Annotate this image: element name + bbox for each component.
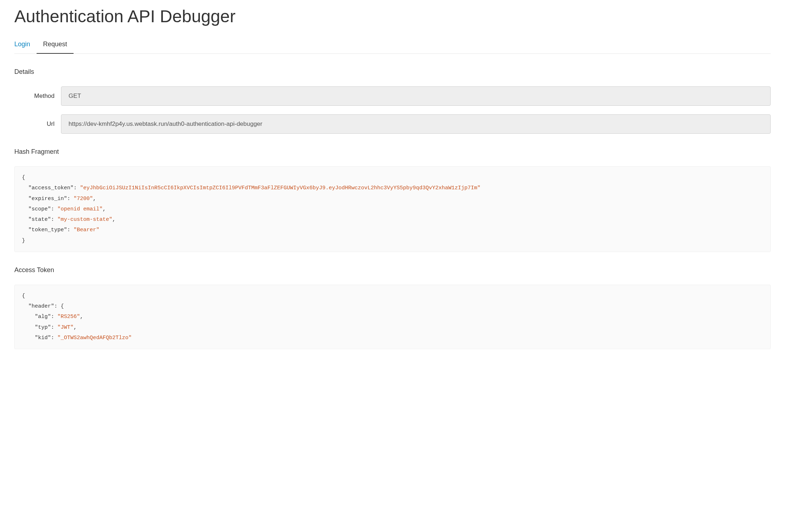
page-title: Authentication API Debugger [14,6,771,26]
method-field: GET [61,86,771,106]
tab-login[interactable]: Login [14,37,37,53]
tab-request[interactable]: Request [37,37,74,54]
details-heading: Details [14,68,771,76]
jwt-kid: _OTWS2awhQedAFQb2Tlzo [61,335,128,341]
url-row: Url https://dev-kmhf2p4y.us.webtask.run/… [14,114,771,134]
hash-expires-in: 7200 [77,196,90,202]
method-row: Method GET [14,86,771,106]
access-token-heading: Access Token [14,266,771,274]
hash-token-type: Bearer [77,227,96,233]
hash-state: my-custom-state [61,217,109,223]
url-label: Url [14,120,61,128]
hash-fragment-code: { "access_token": "eyJhbGciOiJSUzI1NiIsI… [14,166,771,252]
jwt-alg: RS256 [61,314,77,320]
hash-fragment-heading: Hash Fragment [14,148,771,156]
access-token-code: { "header": { "alg": "RS256", "typ": "JW… [14,285,771,349]
jwt-typ: JWT [61,324,70,331]
hash-scope: openid email [61,206,99,212]
tabs: Login Request [14,37,771,54]
url-field: https://dev-kmhf2p4y.us.webtask.run/auth… [61,114,771,134]
method-label: Method [14,92,61,100]
hash-access-token: eyJhbGciOiJSUzI1NiIsInR5cCI6IkpXVCIsImtp… [83,185,477,191]
